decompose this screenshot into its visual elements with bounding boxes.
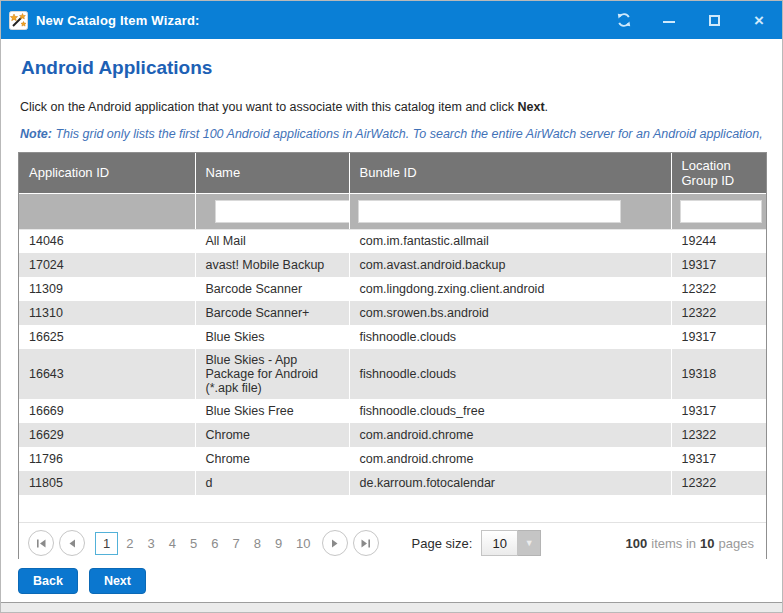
cell-application-id[interactable]: 11310 [19, 301, 195, 325]
cell-application-id[interactable]: 16643 [19, 349, 195, 399]
cell-application-id[interactable]: 16669 [19, 399, 195, 423]
instruction-prefix: Click on the Android application that yo… [20, 100, 518, 114]
cell-location-group-id[interactable]: 19318 [671, 349, 766, 399]
cell-bundle-id[interactable]: com.avast.android.backup [349, 253, 671, 277]
page-number-8[interactable]: 8 [248, 533, 267, 554]
instruction-next-keyword: Next [518, 100, 545, 114]
page-number-9[interactable]: 9 [269, 533, 288, 554]
cell-name[interactable]: avast! Mobile Backup [195, 253, 349, 277]
page-size-label: Page size: [412, 536, 473, 551]
cell-location-group-id[interactable]: 12322 [671, 277, 766, 301]
grid-empty-area [19, 495, 766, 522]
cell-application-id[interactable]: 16629 [19, 423, 195, 447]
cell-bundle-id[interactable]: de.karroum.fotocalendar [349, 471, 671, 495]
cell-bundle-id[interactable]: com.im.fantastic.allmail [349, 229, 671, 253]
page-size-value[interactable]: 10 [481, 530, 518, 556]
cell-application-id[interactable]: 11309 [19, 277, 195, 301]
page-number-3[interactable]: 3 [141, 533, 160, 554]
cell-application-id[interactable]: 11805 [19, 471, 195, 495]
pager: 1 2 3 4 5 6 7 8 9 10 Page size: [19, 522, 766, 559]
window-title: New Catalog Item Wizard: [36, 13, 615, 28]
cell-name[interactable]: d [195, 471, 349, 495]
cell-name[interactable]: Blue Skies Free [195, 399, 349, 423]
page-number-7[interactable]: 7 [226, 533, 245, 554]
filter-cell-location-group-id [671, 193, 766, 229]
table-row[interactable]: 16629 Chrome com.android.chrome 12322 [19, 423, 766, 447]
location-group-id-filter-input[interactable] [680, 200, 762, 223]
wizard-logo-icon [9, 11, 28, 30]
table-row[interactable]: 17024 avast! Mobile Backup com.avast.and… [19, 253, 766, 277]
page-number-1[interactable]: 1 [95, 532, 118, 555]
last-page-icon[interactable] [353, 530, 379, 556]
cell-bundle-id[interactable]: com.srowen.bs.android [349, 301, 671, 325]
grid-header-row: Application ID Name Bundle ID Location G… [19, 153, 766, 193]
cell-bundle-id[interactable]: fishnoodle.clouds_free [349, 399, 671, 423]
bundle-id-filter-input[interactable] [358, 200, 621, 223]
filter-cell-application-id [19, 193, 195, 229]
table-row[interactable]: 11310 Barcode Scanner+ com.srowen.bs.and… [19, 301, 766, 325]
cell-application-id[interactable]: 11796 [19, 447, 195, 471]
cell-name[interactable]: All Mail [195, 229, 349, 253]
applications-grid: Application ID Name Bundle ID Location G… [18, 152, 767, 559]
back-button[interactable]: Back [18, 568, 78, 594]
wizard-body: Android Applications Click on the Androi… [1, 39, 782, 559]
cell-location-group-id[interactable]: 19317 [671, 325, 766, 349]
cell-name[interactable]: Chrome [195, 423, 349, 447]
cell-name[interactable]: Barcode Scanner+ [195, 301, 349, 325]
wizard-footer: Back Next [1, 559, 782, 602]
instruction-text: Click on the Android application that yo… [20, 100, 765, 114]
cell-location-group-id[interactable]: 19317 [671, 447, 766, 471]
page-number-6[interactable]: 6 [205, 533, 224, 554]
note-body: This grid only lists the first 100 Andro… [52, 127, 765, 141]
cell-application-id[interactable]: 16625 [19, 325, 195, 349]
page-size-dropdown[interactable]: 10 ▼ [481, 530, 541, 556]
cell-location-group-id[interactable]: 19317 [671, 399, 766, 423]
next-button[interactable]: Next [89, 568, 146, 594]
prev-page-icon[interactable] [59, 530, 85, 556]
page-number-4[interactable]: 4 [163, 533, 182, 554]
cell-location-group-id[interactable]: 12322 [671, 423, 766, 447]
filter-cell-name [195, 193, 349, 229]
column-header-application-id[interactable]: Application ID [19, 153, 195, 193]
maximize-icon[interactable] [705, 11, 723, 29]
titlebar[interactable]: New Catalog Item Wizard: × [1, 1, 782, 39]
page-number-5[interactable]: 5 [184, 533, 203, 554]
name-filter-input[interactable] [215, 200, 353, 223]
cell-name[interactable]: Barcode Scanner [195, 277, 349, 301]
page-number-10[interactable]: 10 [290, 533, 316, 554]
column-header-location-group-id[interactable]: Location Group ID [671, 153, 766, 193]
table-row[interactable]: 11805 d de.karroum.fotocalendar 12322 [19, 471, 766, 495]
cell-name[interactable]: Chrome [195, 447, 349, 471]
first-page-icon[interactable] [28, 530, 54, 556]
cell-bundle-id[interactable]: com.lingdong.zxing.client.android [349, 277, 671, 301]
cell-location-group-id[interactable]: 12322 [671, 301, 766, 325]
column-header-name[interactable]: Name [195, 153, 349, 193]
close-icon[interactable]: × [750, 11, 768, 29]
next-page-icon[interactable] [322, 530, 348, 556]
table-row[interactable]: 16669 Blue Skies Free fishnoodle.clouds_… [19, 399, 766, 423]
table-row[interactable]: 16625 Blue Skies fishnoodle.clouds 19317 [19, 325, 766, 349]
minimize-icon[interactable] [660, 11, 678, 29]
page-number-2[interactable]: 2 [120, 533, 139, 554]
cell-bundle-id[interactable]: com.android.chrome [349, 447, 671, 471]
cell-location-group-id[interactable]: 19317 [671, 253, 766, 277]
cell-bundle-id[interactable]: fishnoodle.clouds [349, 325, 671, 349]
table-row[interactable]: 14046 All Mail com.im.fantastic.allmail … [19, 229, 766, 253]
cell-name[interactable]: Blue Skies [195, 325, 349, 349]
filter-cell-bundle-id [349, 193, 671, 229]
table-row[interactable]: 11796 Chrome com.android.chrome 19317 [19, 447, 766, 471]
cell-location-group-id[interactable]: 12322 [671, 471, 766, 495]
chevron-down-icon[interactable]: ▼ [518, 530, 541, 556]
cell-bundle-id[interactable]: fishnoodle.clouds [349, 349, 671, 399]
pages-text: pages [719, 536, 754, 551]
cell-name[interactable]: Blue Skies - App Package for Android (*.… [195, 349, 349, 399]
window-bottom-edge [1, 602, 782, 612]
cell-application-id[interactable]: 17024 [19, 253, 195, 277]
refresh-icon[interactable] [615, 11, 633, 29]
column-header-bundle-id[interactable]: Bundle ID [349, 153, 671, 193]
cell-bundle-id[interactable]: com.android.chrome [349, 423, 671, 447]
cell-application-id[interactable]: 14046 [19, 229, 195, 253]
table-row[interactable]: 11309 Barcode Scanner com.lingdong.zxing… [19, 277, 766, 301]
table-row[interactable]: 16643 Blue Skies - App Package for Andro… [19, 349, 766, 399]
cell-location-group-id[interactable]: 19244 [671, 229, 766, 253]
